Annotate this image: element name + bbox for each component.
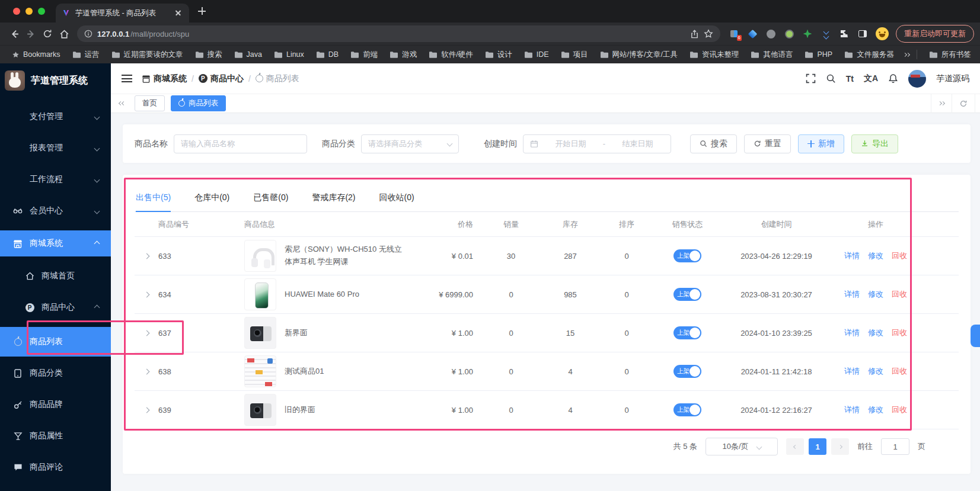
status-tab[interactable]: 仓库中(0): [194, 189, 229, 211]
detail-link[interactable]: 详情: [844, 328, 860, 338]
browser-tab[interactable]: 芋道管理系统 - 商品列表: [56, 4, 189, 23]
recycle-link[interactable]: 回收: [892, 251, 907, 261]
bookmark-folder[interactable]: 资讯未整理: [685, 48, 744, 62]
back-button[interactable]: [6, 25, 23, 42]
bookmark-folder[interactable]: 运营: [68, 48, 104, 62]
forward-button[interactable]: [23, 25, 39, 42]
language-icon[interactable]: 文A: [864, 73, 878, 84]
bookmark-folder[interactable]: PHP: [800, 48, 837, 62]
recycle-link[interactable]: 回收: [892, 366, 907, 377]
bookmark-folder[interactable]: IDE: [519, 48, 554, 62]
bookmark-folder[interactable]: 前端: [346, 48, 382, 62]
status-toggle[interactable]: 上架: [673, 326, 701, 339]
status-toggle[interactable]: 上架: [673, 365, 701, 378]
bookmark-folder[interactable]: 网站/博客/文章/工具: [595, 48, 682, 62]
sidebar-item-product-attribute[interactable]: 商品属性: [0, 424, 111, 448]
row-expand-icon[interactable]: [135, 370, 158, 374]
recycle-link[interactable]: 回收: [892, 405, 907, 415]
sidebar-group[interactable]: 工作流程: [0, 168, 111, 191]
detail-link[interactable]: 详情: [844, 405, 860, 415]
bookmark-folder[interactable]: 搜索: [190, 48, 227, 62]
sidebar-item-product-center[interactable]: P 商品中心: [0, 296, 111, 319]
row-expand-icon[interactable]: [135, 254, 158, 258]
status-toggle[interactable]: 上架: [673, 403, 701, 416]
detail-link[interactable]: 详情: [844, 251, 860, 261]
all-bookmarks-folder[interactable]: 所有书签: [924, 48, 976, 62]
bookmark-folder[interactable]: 项目: [556, 48, 593, 62]
date-range-picker[interactable]: 开始日期 - 结束日期: [523, 134, 671, 153]
product-category-select[interactable]: 请选择商品分类: [361, 134, 459, 153]
breadcrumb-mall-system[interactable]: 商城系统: [142, 73, 187, 84]
window-controls[interactable]: [13, 8, 45, 15]
extension-star-icon[interactable]: [802, 28, 813, 39]
side-panel-icon[interactable]: [857, 28, 868, 39]
home-button[interactable]: [56, 25, 72, 42]
goto-page-input[interactable]: [881, 438, 909, 455]
product-name-input[interactable]: [181, 139, 300, 148]
search-icon[interactable]: [826, 73, 836, 84]
bookmark-folder[interactable]: 软件/硬件: [424, 48, 477, 62]
current-page[interactable]: 1: [809, 438, 826, 455]
recycle-link[interactable]: 回收: [892, 328, 907, 338]
bookmark-folder[interactable]: 文件服务器: [839, 48, 899, 62]
bookmark-folder[interactable]: DB: [311, 48, 343, 62]
extension-gray-icon[interactable]: [765, 28, 776, 39]
tag-home[interactable]: 首页: [135, 95, 165, 111]
detail-link[interactable]: 详情: [844, 289, 860, 300]
close-window-button[interactable]: [13, 8, 20, 15]
row-expand-icon[interactable]: [135, 331, 158, 335]
edit-link[interactable]: 修改: [868, 366, 883, 377]
tags-scroll-right-icon[interactable]: [931, 94, 952, 113]
user-name[interactable]: 芋道源码: [936, 73, 969, 84]
bookmark-folder[interactable]: 近期需要读的文章: [107, 48, 188, 62]
detail-link[interactable]: 详情: [844, 366, 860, 377]
sidebar-item-order-center[interactable]: 订单中心: [0, 487, 111, 491]
extension-green-icon[interactable]: [784, 28, 794, 39]
bookmark-folder[interactable]: Linux: [269, 48, 309, 62]
sidebar-item-product-list[interactable]: 商品列表: [0, 327, 111, 357]
bookmark-folder[interactable]: Java: [229, 48, 267, 62]
edit-link[interactable]: 修改: [868, 405, 883, 415]
extension-layers-icon[interactable]: [821, 28, 831, 39]
floating-handle[interactable]: [971, 325, 980, 347]
extension-kite-icon[interactable]: [747, 28, 758, 39]
maximize-window-button[interactable]: [38, 8, 45, 15]
row-expand-icon[interactable]: [135, 408, 158, 412]
edit-link[interactable]: 修改: [868, 328, 883, 338]
export-button[interactable]: 导出: [851, 134, 898, 153]
bookmark-folder[interactable]: 设计: [480, 48, 517, 62]
restart-update-button[interactable]: 重新启动即可更新: [896, 25, 974, 43]
user-avatar[interactable]: [908, 70, 926, 88]
bookmark-star-icon[interactable]: [704, 29, 713, 38]
breadcrumb-product-center[interactable]: P 商品中心: [199, 73, 244, 84]
site-info-icon[interactable]: [84, 30, 92, 38]
notification-bell-icon[interactable]: [888, 73, 898, 84]
sidebar-item-member-center[interactable]: 会员中心: [0, 199, 111, 223]
sidebar-item-product-comment[interactable]: 商品评论: [0, 455, 111, 479]
reset-button[interactable]: 重置: [744, 134, 791, 153]
sidebar-group[interactable]: 报表管理: [0, 136, 111, 160]
status-tab[interactable]: 警戒库存(2): [312, 189, 355, 211]
tags-refresh-icon[interactable]: [952, 94, 975, 113]
tags-scroll-left-icon[interactable]: [116, 102, 129, 105]
extension-grid-icon[interactable]: 6: [729, 28, 739, 39]
bookmarks-root[interactable]: Bookmarks: [7, 49, 65, 60]
add-button[interactable]: 新增: [798, 134, 844, 153]
profile-avatar[interactable]: [876, 27, 889, 40]
status-tab[interactable]: 已售罄(0): [253, 189, 288, 211]
next-page-button[interactable]: [831, 438, 849, 455]
sidebar-item-product-brand[interactable]: 商品品牌: [0, 393, 111, 416]
search-button[interactable]: 搜索: [690, 134, 737, 153]
edit-link[interactable]: 修改: [868, 289, 883, 300]
bookmarks-overflow-chevron[interactable]: [904, 53, 909, 56]
address-bar[interactable]: 127.0.0.1 /mall/product/spu: [77, 25, 720, 42]
status-toggle[interactable]: 上架: [673, 249, 701, 262]
fullscreen-icon[interactable]: [806, 73, 816, 84]
status-tab[interactable]: 回收站(0): [379, 189, 414, 211]
status-tab[interactable]: 出售中(5): [136, 189, 171, 211]
menu-toggle-icon[interactable]: [122, 75, 132, 82]
edit-link[interactable]: 修改: [868, 251, 883, 261]
page-size-select[interactable]: 10条/页: [706, 438, 778, 455]
status-toggle[interactable]: 上架: [673, 288, 701, 301]
extensions-puzzle-icon[interactable]: [839, 28, 850, 39]
